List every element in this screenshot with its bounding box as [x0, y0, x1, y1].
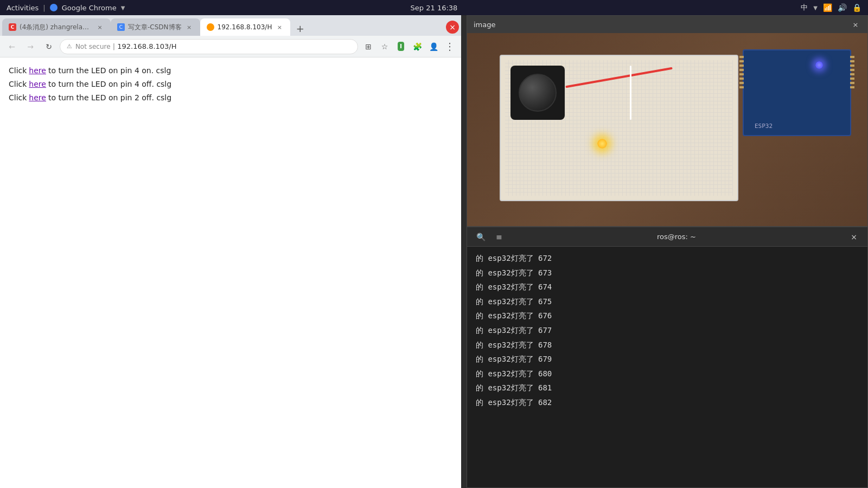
green-extension-icon: I	[398, 42, 404, 51]
line2-suffix: to turn the LED on pin 4 off. cslg	[48, 78, 171, 91]
not-secure-icon: ⚠	[67, 43, 72, 50]
image-panel-header: image ×	[467, 16, 867, 33]
browser-window: C (4条消息) zhangrelay的 × C 写文章-CSDN博客 × 19…	[0, 15, 461, 488]
tab2-favicon: C	[117, 23, 125, 31]
terminal-line-item: 的 esp32灯亮了 678	[476, 338, 859, 352]
terminal-line-item: 的 esp32灯亮了 675	[476, 294, 859, 309]
new-tab-button[interactable]: +	[292, 21, 308, 36]
back-button[interactable]: ←	[4, 39, 20, 54]
line2-prefix: Click	[9, 78, 27, 91]
terminal-search-button[interactable]: 🔍	[474, 230, 488, 244]
line3-suffix: to turn the LED on pin 2 off. cslg	[48, 91, 171, 105]
terminal-line-item: 的 esp32灯亮了 676	[476, 309, 859, 323]
tab-zhangrelay[interactable]: C (4条消息) zhangrelay的 ×	[2, 18, 111, 36]
yellow-led	[597, 139, 607, 149]
pin	[739, 73, 744, 75]
pin	[739, 56, 744, 58]
translate-button[interactable]: ⊞	[361, 40, 375, 54]
pin	[850, 73, 854, 75]
line3-prefix: Click	[9, 91, 27, 105]
extensions-button[interactable]: 🧩	[410, 40, 424, 54]
esp32-board: ESP32	[743, 49, 851, 136]
pin	[850, 82, 854, 84]
profile-button[interactable]: 👤	[426, 40, 441, 54]
terminal-line-text: 的 esp32灯亮了 680	[476, 367, 552, 381]
window-close-button[interactable]: ×	[446, 21, 459, 34]
pin	[850, 60, 854, 62]
line1-suffix: to turn the LED on pin 4 on. cslg	[48, 64, 171, 78]
reload-button[interactable]: ↻	[41, 39, 56, 54]
not-secure-label: Not secure	[75, 43, 111, 50]
white-wire	[630, 66, 631, 120]
pin	[739, 82, 744, 84]
app-name-label: Google Chrome	[62, 4, 117, 12]
line1-link[interactable]: here	[29, 64, 46, 78]
url-bar-actions: ⊞ ☆ I 🧩 👤 ⋮	[361, 40, 457, 54]
pin	[850, 56, 854, 58]
terminal-line-item: 的 esp32灯亮了 677	[476, 323, 859, 338]
tab-csdn[interactable]: C 写文章-CSDN博客 ×	[111, 18, 200, 36]
terminal-line-text: 的 esp32灯亮了 678	[476, 338, 552, 352]
esp32-pins-left	[739, 56, 744, 88]
line2-link[interactable]: here	[29, 78, 46, 91]
url-bar[interactable]: ⚠ Not secure | 192.168.8.103/H	[60, 39, 358, 54]
terminal-line-text: 的 esp32灯亮了 676	[476, 309, 552, 323]
image-panel-title: image	[474, 21, 496, 29]
url-value: 192.168.8.103/H	[117, 42, 176, 50]
esp32-label: ESP32	[755, 123, 773, 130]
app-menu-arrow[interactable]: ▼	[121, 5, 125, 11]
volume-icon: 🔊	[838, 3, 847, 12]
terminal-close-button[interactable]: ×	[847, 230, 861, 244]
tab2-close[interactable]: ×	[185, 23, 194, 31]
tab-bar: C (4条消息) zhangrelay的 × C 写文章-CSDN博客 × 19…	[0, 15, 461, 36]
extension1-button[interactable]: I	[394, 40, 408, 54]
page-line-2: Click here to turn the LED on pin 4 off.…	[9, 78, 452, 91]
input-method-arrow[interactable]: ▼	[813, 5, 818, 11]
lock-icon: 🔒	[852, 3, 861, 12]
address-bar: ← → ↻ ⚠ Not secure | 192.168.8.103/H ⊞ ☆…	[0, 36, 461, 57]
tab2-label: 写文章-CSDN博客	[128, 23, 182, 32]
pin	[739, 60, 744, 62]
terminal-line-text: 的 esp32灯亮了 673	[476, 266, 552, 280]
terminal-line-item: 的 esp32灯亮了 681	[476, 381, 859, 395]
pin	[739, 65, 744, 67]
page-content: Click here to turn the LED on pin 4 on. …	[0, 57, 461, 488]
bookmark-button[interactable]: ☆	[378, 40, 392, 54]
pin	[850, 86, 854, 88]
terminal-line-item: 的 esp32灯亮了 673	[476, 266, 859, 280]
browser-menu-button[interactable]: ⋮	[443, 40, 457, 54]
system-tray: 中 ▼ 📶 🔊 🔒	[801, 3, 861, 12]
terminal-line-text: 的 esp32灯亮了 675	[476, 294, 552, 309]
pin	[850, 69, 854, 71]
tab3-label: 192.168.8.103/H	[218, 23, 272, 31]
url-text: Not secure | 192.168.8.103/H	[75, 42, 351, 50]
hardware-scene: ESP32	[467, 33, 867, 226]
terminal-line-item: 的 esp32灯亮了 682	[476, 395, 859, 410]
activities-button[interactable]: Activities	[7, 4, 39, 12]
blue-led	[815, 61, 823, 69]
forward-button[interactable]: →	[23, 39, 38, 54]
terminal-line-item: 的 esp32灯亮了 679	[476, 352, 859, 367]
image-area: ESP32	[467, 33, 867, 226]
terminal-line-item: 的 esp32灯亮了 680	[476, 367, 859, 381]
tab3-close[interactable]: ×	[275, 23, 284, 31]
tab-192168[interactable]: 192.168.8.103/H ×	[200, 18, 291, 36]
image-panel-close[interactable]: ×	[850, 19, 861, 30]
url-separator: |	[113, 42, 118, 50]
esp32-pins-right	[850, 56, 854, 88]
joystick-module	[510, 66, 565, 120]
terminal-line-text: 的 esp32灯亮了 682	[476, 395, 552, 410]
terminal-line-text: 的 esp32灯亮了 672	[476, 251, 552, 266]
terminal-line-item: 的 esp32灯亮了 672	[476, 251, 859, 266]
pin	[739, 86, 744, 88]
page-line-1: Click here to turn the LED on pin 4 on. …	[9, 64, 452, 78]
line3-link[interactable]: here	[29, 91, 46, 105]
tab1-favicon: C	[9, 23, 16, 31]
pin	[739, 78, 744, 80]
system-bar: Activities | Google Chrome ▼ Sep 21 16:3…	[0, 0, 868, 15]
input-method-icon[interactable]: 中	[801, 3, 808, 12]
terminal-menu-button[interactable]: ≡	[492, 230, 506, 244]
pin	[739, 69, 744, 71]
image-panel: image ×	[467, 15, 868, 227]
tab1-close[interactable]: ×	[95, 23, 104, 31]
